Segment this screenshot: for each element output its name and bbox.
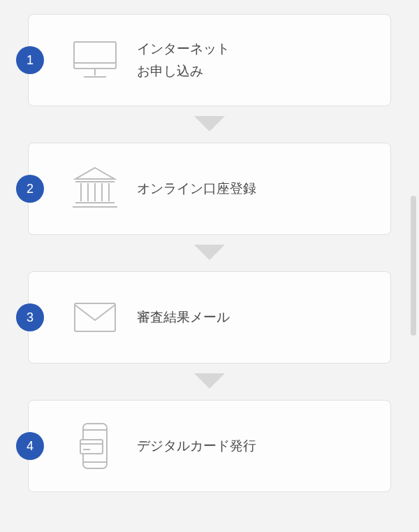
step-label: オンライン口座登録	[137, 178, 256, 200]
scrollbar[interactable]	[411, 196, 416, 336]
svg-marker-16	[194, 373, 225, 389]
step-number: 1	[27, 53, 34, 68]
svg-marker-5	[75, 168, 115, 179]
step-label: インターネット お申し込み	[137, 38, 230, 83]
svg-marker-4	[194, 116, 225, 131]
svg-rect-15	[75, 303, 115, 331]
step-number: 4	[27, 439, 34, 454]
bank-icon	[67, 161, 123, 217]
step-label: デジタルカード発行	[137, 435, 256, 457]
svg-marker-14	[194, 245, 225, 260]
step-card-3: 3 審査結果メール	[28, 271, 391, 364]
step-badge: 4	[16, 432, 44, 460]
step-number: 2	[27, 182, 34, 196]
mail-icon	[67, 289, 123, 345]
step-badge: 2	[16, 175, 44, 203]
step-badge: 1	[16, 46, 44, 74]
arrow-down-icon	[28, 235, 391, 271]
step-card-2: 2 オンライン口座登録	[28, 143, 391, 235]
step-number: 3	[27, 310, 34, 325]
arrow-down-icon	[28, 106, 391, 143]
step-card-1: 1 インターネット お申し込み	[28, 14, 391, 106]
arrow-down-icon	[28, 364, 391, 400]
svg-rect-0	[74, 42, 116, 69]
digital-card-icon	[67, 418, 123, 474]
step-card-4: 4 デジタルカード発行	[28, 400, 391, 492]
svg-rect-20	[80, 440, 103, 454]
step-badge: 3	[16, 303, 44, 331]
monitor-icon	[67, 32, 123, 88]
step-label: 審査結果メール	[137, 306, 230, 329]
